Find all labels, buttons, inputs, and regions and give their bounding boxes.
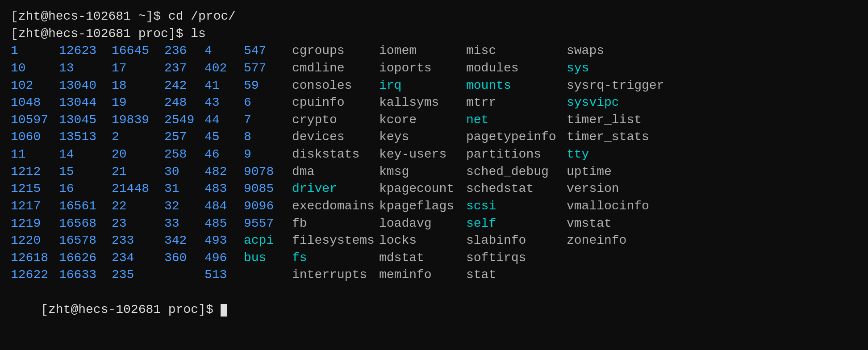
ls-col-10: swaps sys sysrq-trigger sysvipc timer_li… <box>567 42 664 284</box>
cursor <box>221 304 227 317</box>
prompt-line-3: [zht@hecs-102681 proc]$ <box>11 284 857 336</box>
ls-col-9: misc modules mounts mtrr net pagetypeinf… <box>466 42 567 284</box>
ls-col-8: iomem ioports irq kallsyms kcore keys ke… <box>379 42 466 284</box>
terminal-window: [zht@hecs-102681 ~]$ cd /proc/ [zht@hecs… <box>11 8 857 336</box>
ls-col-1: 1 10 102 1048 10597 1060 11 1212 1215 12… <box>11 42 59 284</box>
ls-col-2: 12623 13 13040 13044 13045 13513 14 15 1… <box>59 42 112 284</box>
ls-col-3: 16645 17 18 19 19839 2 20 21 21448 22 23… <box>112 42 164 284</box>
ls-col-6: 547 577 59 6 7 8 9 9078 9085 9096 9557 a… <box>244 42 292 284</box>
prompt-line-1: [zht@hecs-102681 ~]$ cd /proc/ <box>11 8 857 25</box>
ls-col-5: 4 402 41 43 44 45 46 482 483 484 485 493… <box>204 42 244 284</box>
ls-col-4: 236 237 242 248 2549 257 258 30 31 32 33… <box>164 42 204 284</box>
ls-col-7: cgroups cmdline consoles cpuinfo crypto … <box>292 42 379 284</box>
prompt-line-2: [zht@hecs-102681 proc]$ ls <box>11 25 857 43</box>
ls-output: 1 10 102 1048 10597 1060 11 1212 1215 12… <box>11 42 857 284</box>
